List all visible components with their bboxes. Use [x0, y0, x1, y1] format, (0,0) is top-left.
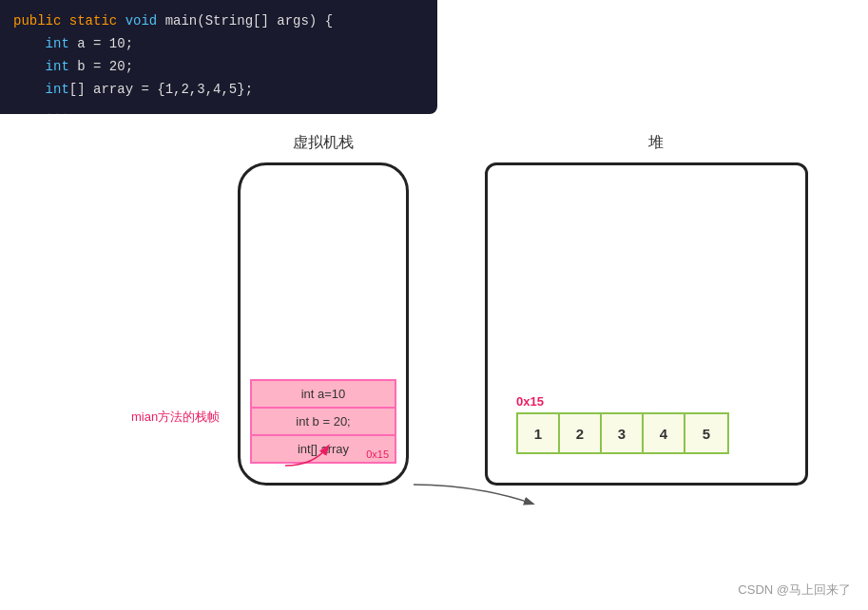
stack-box: mian方法的栈帧 int a=10int b = 20;int[] array… [238, 162, 409, 486]
array-cell: 3 [602, 414, 644, 452]
stack-frame: int b = 20; [250, 407, 396, 434]
code-line: int[] array = {1,2,3,4,5}; [13, 78, 424, 101]
array-cell: 2 [560, 414, 602, 452]
array-cell: 4 [644, 414, 685, 452]
stack-title: 虚拟机栈 [228, 133, 418, 153]
stack-frame: int a=10 [250, 379, 396, 407]
code-line: ... [13, 101, 424, 114]
mian-label: mian方法的栈帧 [131, 409, 220, 426]
array-cells: 12345 [516, 412, 729, 454]
heap-array: 0x15 12345 [516, 394, 729, 454]
heap-title: 堆 [485, 133, 827, 153]
array-address: 0x15 [516, 394, 729, 409]
array-cell: 1 [518, 414, 560, 452]
diagram: 虚拟机栈 mian方法的栈帧 int a=10int b = 20;int[] … [0, 133, 868, 589]
stack-frames: int a=10int b = 20;int[] array0x15 [241, 379, 406, 464]
code-line: public static void main(String[] args) { [13, 10, 424, 32]
code-line: int b = 20; [13, 55, 424, 78]
stack-frame: int[] array0x15 [250, 434, 396, 464]
stack-section: 虚拟机栈 mian方法的栈帧 int a=10int b = 20;int[] … [228, 133, 418, 486]
code-editor: public static void main(String[] args) {… [0, 0, 437, 114]
heap-box: 0x15 12345 [485, 162, 808, 486]
array-cell: 5 [685, 414, 727, 452]
code-line: int a = 10; [13, 32, 424, 55]
heap-section: 堆 0x15 12345 [485, 133, 827, 486]
frame-address: 0x15 [366, 448, 389, 460]
watermark: CSDN @马上回来了 [738, 581, 851, 599]
